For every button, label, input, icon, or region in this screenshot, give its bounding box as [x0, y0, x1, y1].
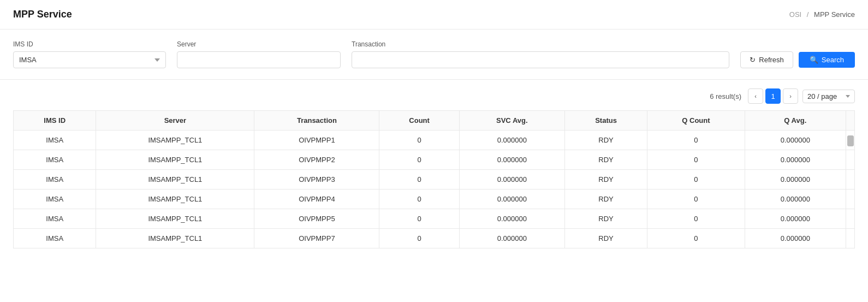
table-cell: 0.000000 [459, 131, 564, 150]
transaction-label: Transaction [352, 40, 729, 48]
table-cell: 0 [379, 190, 459, 209]
table-cell: RDY [564, 131, 647, 150]
table-cell: IMSA [14, 170, 96, 190]
search-icon: 🔍 [810, 56, 818, 64]
table-cell: RDY [564, 170, 647, 190]
server-label: Server [177, 40, 341, 48]
refresh-button[interactable]: ↻ Refresh [740, 51, 793, 68]
table-cell: 0 [379, 170, 459, 190]
filter-actions: ↻ Refresh 🔍 Search [740, 51, 855, 68]
current-page-number[interactable]: 1 [765, 88, 781, 104]
table-cell: 0.000000 [459, 209, 564, 229]
col-ims-id: IMS ID [14, 111, 96, 131]
table-body: IMSAIMSAMPP_TCL1OIVPMPP100.000000RDY00.0… [14, 131, 855, 248]
table-cell: 0 [647, 131, 745, 150]
filter-row: IMS ID IMSA IMSB IMSC Server Transaction… [13, 40, 855, 68]
table-row: IMSAIMSAMPP_TCL1OIVPMPP400.000000RDY00.0… [14, 190, 855, 209]
table-cell: OIVPMPP4 [254, 190, 379, 209]
prev-page-button[interactable]: ‹ [748, 88, 763, 104]
next-page-button[interactable]: › [783, 88, 798, 104]
search-label: Search [822, 56, 844, 64]
table-cell: 0.000000 [459, 229, 564, 248]
table-cell: OIVPMPP2 [254, 150, 379, 170]
table-cell: 0.000000 [745, 229, 846, 248]
table-cell: RDY [564, 209, 647, 229]
scroll-col-cell [846, 229, 855, 248]
breadcrumb-current: MPP Service [814, 10, 855, 19]
table-cell: OIVPMPP7 [254, 229, 379, 248]
search-button[interactable]: 🔍 Search [799, 52, 855, 68]
col-svc-avg: SVC Avg. [459, 111, 564, 131]
breadcrumb-parent: OSI [789, 10, 801, 19]
table-cell: OIVPMPP3 [254, 170, 379, 190]
scroll-col-cell [846, 170, 855, 190]
scroll-col-cell [846, 190, 855, 209]
refresh-label: Refresh [759, 56, 784, 64]
table-row: IMSAIMSAMPP_TCL1OIVPMPP700.000000RDY00.0… [14, 229, 855, 248]
table-cell: IMSA [14, 131, 96, 150]
table-cell: 0 [647, 209, 745, 229]
server-input[interactable] [177, 51, 341, 68]
col-q-avg: Q Avg. [745, 111, 846, 131]
table-cell: 0 [647, 170, 745, 190]
col-transaction: Transaction [254, 111, 379, 131]
transaction-input[interactable] [352, 51, 729, 68]
server-field: Server [177, 40, 341, 68]
table-row: IMSAIMSAMPP_TCL1OIVPMPP100.000000RDY00.0… [14, 131, 855, 150]
pagination-nav: ‹ 1 › [748, 88, 798, 104]
table-cell: IMSAMPP_TCL1 [96, 229, 254, 248]
table-cell: IMSA [14, 209, 96, 229]
refresh-icon: ↻ [750, 56, 756, 64]
data-table: IMS ID Server Transaction Count SVC Avg.… [13, 110, 855, 248]
table-cell: 0.000000 [745, 190, 846, 209]
table-cell: 0 [647, 150, 745, 170]
table-cell: 0.000000 [745, 150, 846, 170]
pagination-bar: 6 result(s) ‹ 1 › 20 / page 50 / page 10… [13, 80, 855, 110]
table-cell: IMSAMPP_TCL1 [96, 209, 254, 229]
table-cell: IMSAMPP_TCL1 [96, 190, 254, 209]
table-cell: IMSA [14, 229, 96, 248]
table-cell: IMSAMPP_TCL1 [96, 150, 254, 170]
table-cell: RDY [564, 229, 647, 248]
table-cell: 0.000000 [459, 190, 564, 209]
scroll-col-cell [846, 131, 855, 150]
col-count: Count [379, 111, 459, 131]
table-cell: IMSAMPP_TCL1 [96, 170, 254, 190]
table-cell: OIVPMPP1 [254, 131, 379, 150]
scroll-col-cell [846, 150, 855, 170]
scroll-col-header [846, 111, 855, 131]
table-cell: RDY [564, 190, 647, 209]
table-cell: 0 [647, 190, 745, 209]
result-count: 6 result(s) [710, 92, 741, 100]
page-title: MPP Service [13, 9, 72, 20]
table-row: IMSAIMSAMPP_TCL1OIVPMPP500.000000RDY00.0… [14, 209, 855, 229]
table-row: IMSAIMSAMPP_TCL1OIVPMPP300.000000RDY00.0… [14, 170, 855, 190]
table-cell: 0 [647, 229, 745, 248]
table-cell: 0 [379, 209, 459, 229]
header-row: IMS ID Server Transaction Count SVC Avg.… [14, 111, 855, 131]
scroll-col-cell [846, 209, 855, 229]
table-cell: 0.000000 [745, 209, 846, 229]
table-cell: 0 [379, 131, 459, 150]
table-header: IMS ID Server Transaction Count SVC Avg.… [14, 111, 855, 131]
table-cell: 0.000000 [459, 150, 564, 170]
ims-id-label: IMS ID [13, 40, 166, 48]
breadcrumb: OSI / MPP Service [789, 10, 855, 19]
col-q-count: Q Count [647, 111, 745, 131]
table-cell: 0 [379, 150, 459, 170]
table-cell: 0.000000 [745, 170, 846, 190]
table-cell: IMSAMPP_TCL1 [96, 131, 254, 150]
page-size-select[interactable]: 20 / page 50 / page 100 / page [802, 90, 855, 103]
ims-id-select[interactable]: IMSA IMSB IMSC [13, 51, 166, 68]
table-cell: IMSA [14, 190, 96, 209]
table-cell: RDY [564, 150, 647, 170]
col-server: Server [96, 111, 254, 131]
table-cell: IMSA [14, 150, 96, 170]
main-content: 6 result(s) ‹ 1 › 20 / page 50 / page 10… [0, 80, 868, 262]
table-cell: 0.000000 [745, 131, 846, 150]
table-row: IMSAIMSAMPP_TCL1OIVPMPP200.000000RDY00.0… [14, 150, 855, 170]
filter-section: IMS ID IMSA IMSB IMSC Server Transaction… [0, 29, 868, 80]
table-cell: 0 [379, 229, 459, 248]
breadcrumb-separator: / [807, 10, 809, 19]
col-status: Status [564, 111, 647, 131]
